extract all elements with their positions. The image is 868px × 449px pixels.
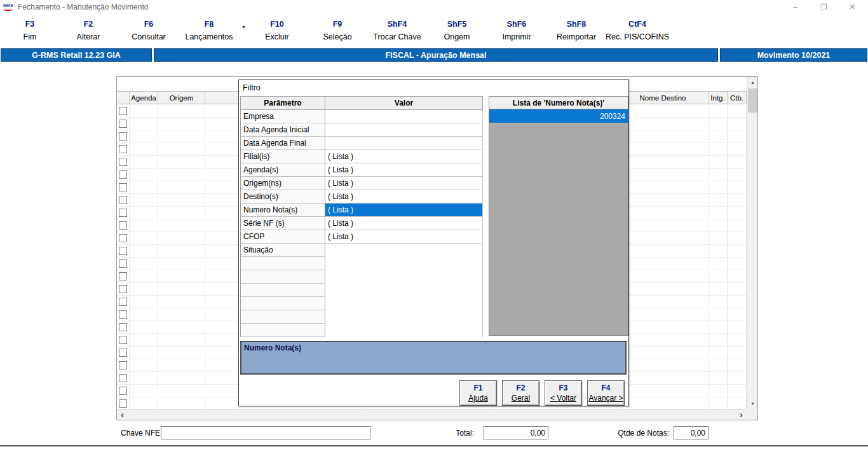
filter-param-cell[interactable]: Situação	[241, 244, 325, 257]
row-checkbox[interactable]	[119, 234, 127, 242]
filter-row[interactable]: Empresa	[241, 110, 483, 123]
row-checkbox-cell[interactable]	[117, 270, 130, 282]
row-checkbox[interactable]	[119, 285, 127, 293]
filter-param-cell[interactable]	[241, 257, 325, 270]
filter-row[interactable]	[241, 297, 483, 310]
scroll-up-icon[interactable]: ▲	[747, 77, 758, 88]
filter-row[interactable]	[241, 284, 483, 297]
row-checkbox-cell[interactable]	[117, 219, 130, 231]
row-checkbox-cell[interactable]	[117, 181, 130, 193]
filter-row[interactable]: Destino(s)( Lista )	[241, 190, 483, 204]
filter-row[interactable]: Data Agenda Inicial	[241, 123, 483, 137]
row-checkbox[interactable]	[119, 349, 127, 357]
filter-param-cell[interactable]	[241, 284, 325, 297]
filter-row[interactable]: Origem(ns)( Lista )	[241, 177, 483, 190]
filter-param-cell[interactable]: Data Agenda Final	[241, 137, 325, 150]
horizontal-scrollbar[interactable]: ‹ ›	[117, 409, 747, 420]
vertical-scroll-thumb[interactable]	[748, 88, 757, 113]
toolbar-item-rec-pis-cofins[interactable]: CtF4Rec. PIS/COFINS	[599, 20, 675, 41]
toolbar-item-lan-amentos[interactable]: F8Lançamentos▼	[171, 20, 247, 41]
minimize-icon[interactable]: –	[781, 0, 810, 14]
filter-row[interactable]	[241, 257, 483, 270]
row-checkbox[interactable]	[119, 132, 127, 141]
filter-value-cell[interactable]	[325, 244, 483, 257]
filter-row[interactable]	[241, 270, 483, 284]
filter-value-cell[interactable]: ( Lista )	[325, 163, 483, 177]
row-checkbox[interactable]	[119, 221, 127, 230]
filter-param-cell[interactable]: Agenda(s)	[241, 163, 325, 177]
row-checkbox[interactable]	[119, 196, 127, 204]
row-checkbox-cell[interactable]	[117, 245, 130, 257]
row-checkbox[interactable]	[119, 247, 127, 255]
row-checkbox-cell[interactable]	[117, 372, 130, 384]
filter-value-cell[interactable]: ( Lista )	[325, 204, 483, 217]
filter-value-cell[interactable]: ( Lista )	[325, 217, 483, 230]
row-checkbox[interactable]	[119, 310, 127, 319]
filter-row[interactable]: Filial(is)( Lista )	[241, 150, 483, 163]
filter-param-cell[interactable]: Empresa	[241, 110, 325, 123]
scroll-right-icon[interactable]: ›	[736, 410, 747, 420]
filter-row[interactable]: Numero Nota(s)( Lista )	[241, 204, 483, 217]
row-checkbox[interactable]	[119, 120, 127, 128]
row-checkbox-cell[interactable]	[117, 321, 130, 333]
row-checkbox[interactable]	[119, 387, 127, 395]
chave-nfe-input[interactable]	[161, 426, 370, 439]
filter-param-cell[interactable]	[241, 297, 325, 310]
row-checkbox-cell[interactable]	[117, 169, 130, 181]
dialog-button-f1[interactable]: F1Ajuda	[459, 380, 497, 406]
row-checkbox[interactable]	[119, 107, 127, 115]
row-checkbox[interactable]	[119, 259, 127, 268]
filter-value-cell[interactable]: ( Lista )	[325, 190, 483, 204]
filter-value-cell[interactable]	[325, 123, 483, 137]
list-item[interactable]: 200324	[489, 109, 628, 123]
scroll-down-icon[interactable]: ▼	[747, 398, 758, 409]
filter-value-cell[interactable]	[325, 137, 483, 150]
filter-value-cell[interactable]	[325, 284, 483, 297]
filter-value-cell[interactable]	[325, 310, 483, 324]
row-checkbox[interactable]	[119, 272, 127, 280]
row-checkbox[interactable]	[119, 183, 127, 191]
row-checkbox-cell[interactable]	[117, 194, 130, 206]
filter-row[interactable]: Situação	[241, 244, 483, 257]
filter-param-cell[interactable]	[241, 324, 325, 337]
row-checkbox[interactable]	[119, 336, 127, 344]
row-checkbox[interactable]	[119, 158, 127, 166]
row-checkbox[interactable]	[119, 209, 127, 217]
filter-value-cell[interactable]	[325, 324, 483, 337]
vertical-scrollbar[interactable]: ▲ ▼	[747, 77, 757, 409]
row-checkbox[interactable]	[119, 361, 127, 370]
filter-row[interactable]: Agenda(s)( Lista )	[241, 163, 483, 177]
row-checkbox[interactable]	[119, 145, 127, 153]
row-checkbox-cell[interactable]	[117, 156, 130, 168]
dialog-button-f2[interactable]: F2Geral	[502, 380, 539, 406]
close-icon[interactable]: ✕	[838, 0, 867, 14]
total-input[interactable]	[484, 426, 548, 439]
row-checkbox-cell[interactable]	[117, 296, 130, 308]
filter-param-cell[interactable]: Numero Nota(s)	[241, 204, 325, 217]
filter-row[interactable]	[241, 310, 483, 324]
row-checkbox-cell[interactable]	[117, 359, 130, 371]
row-checkbox-cell[interactable]	[117, 118, 130, 130]
row-checkbox-cell[interactable]	[117, 308, 130, 321]
row-checkbox[interactable]	[119, 374, 127, 382]
filter-value-cell[interactable]	[325, 297, 483, 310]
filter-param-cell[interactable]: Série NF (s)	[241, 217, 325, 230]
row-checkbox[interactable]	[119, 170, 127, 179]
filter-param-cell[interactable]: Filial(is)	[241, 150, 325, 163]
filter-row[interactable]: Data Agenda Final	[241, 137, 483, 150]
row-checkbox-cell[interactable]	[117, 397, 130, 409]
dialog-button-f3[interactable]: F3< Voltar	[545, 380, 582, 406]
maximize-icon[interactable]: ❐	[810, 0, 838, 14]
filter-param-cell[interactable]: CFOP	[241, 230, 325, 244]
row-checkbox-cell[interactable]	[117, 130, 130, 142]
filter-row[interactable]: Série NF (s)( Lista )	[241, 217, 483, 230]
row-checkbox-cell[interactable]	[117, 258, 130, 270]
filter-param-cell[interactable]: Data Agenda Inicial	[241, 123, 325, 137]
filter-value-cell[interactable]: ( Lista )	[325, 150, 483, 163]
row-checkbox-cell[interactable]	[117, 105, 130, 117]
row-checkbox-cell[interactable]	[117, 232, 130, 244]
row-checkbox-cell[interactable]	[117, 347, 130, 359]
row-checkbox-cell[interactable]	[117, 283, 130, 295]
row-checkbox-cell[interactable]	[117, 385, 130, 397]
filter-row[interactable]: CFOP( Lista )	[241, 230, 483, 244]
